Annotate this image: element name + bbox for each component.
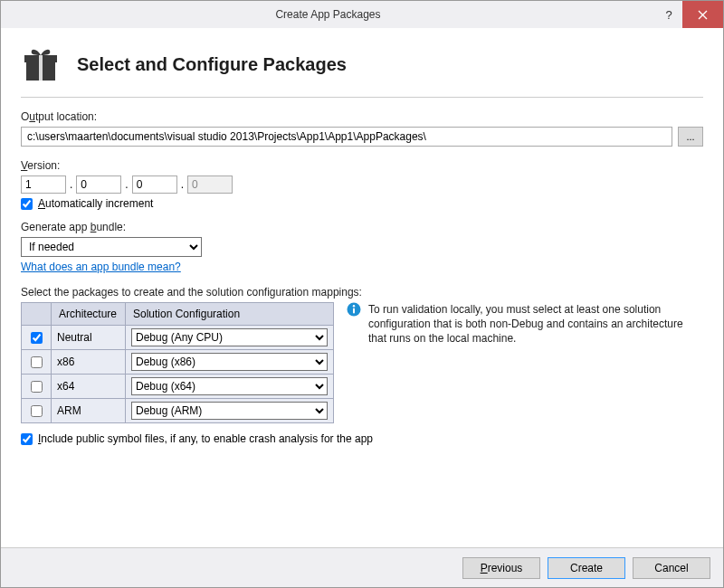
- dialog-footer: Previous Create Cancel: [1, 547, 723, 587]
- mapping-label: Select the packages to create and the so…: [21, 286, 703, 299]
- dialog-window: Create App Packages ? Select and Configu…: [0, 0, 724, 588]
- auto-increment-row[interactable]: Automatically increment: [21, 197, 703, 210]
- version-build-input[interactable]: [132, 175, 177, 194]
- auto-increment-label: Automatically increment: [38, 197, 153, 210]
- col-architecture-header: Architecture: [52, 303, 126, 326]
- page-header: Select and Configure Packages: [21, 44, 703, 84]
- version-revision-input: [187, 175, 233, 194]
- validation-info-text: To run validation locally, you must sele…: [368, 302, 703, 346]
- conf-x64-select[interactable]: Debug (x64): [131, 377, 328, 395]
- titlebar: Create App Packages ?: [1, 1, 723, 28]
- page-title: Select and Configure Packages: [77, 54, 347, 75]
- include-symbols-row[interactable]: Include public symbol files, if any, to …: [21, 432, 703, 445]
- close-icon: [698, 10, 708, 20]
- table-row: x64 Debug (x64): [22, 375, 334, 399]
- arch-cell: ARM: [52, 399, 126, 423]
- close-button[interactable]: [682, 1, 723, 28]
- include-symbols-label: Include public symbol files, if any, to …: [38, 432, 373, 445]
- table-row: Neutral Debug (Any CPU): [22, 326, 334, 350]
- conf-x86-select[interactable]: Debug (x86): [131, 353, 328, 371]
- arch-cell: x86: [52, 350, 126, 375]
- arch-neutral-checkbox[interactable]: [31, 332, 43, 344]
- content-area: Select and Configure Packages Output loc…: [1, 28, 723, 547]
- create-button[interactable]: Create: [548, 557, 625, 579]
- package-icon: [21, 44, 61, 84]
- conf-arm-select[interactable]: Debug (ARM): [131, 402, 328, 420]
- bundle-label: Generate app bundle:: [21, 221, 703, 233]
- output-location-input[interactable]: [21, 127, 672, 147]
- svg-point-5: [353, 305, 355, 307]
- validation-info: To run validation locally, you must sele…: [347, 302, 703, 346]
- version-major-input[interactable]: [21, 175, 66, 194]
- architecture-table: Architecture Solution Configuration Neut…: [21, 302, 334, 423]
- svg-rect-6: [353, 308, 355, 314]
- version-minor-input[interactable]: [76, 175, 121, 194]
- arch-cell: Neutral: [52, 326, 126, 350]
- col-configuration-header: Solution Configuration: [126, 303, 334, 326]
- cancel-button[interactable]: Cancel: [633, 557, 710, 579]
- previous-button[interactable]: Previous: [462, 557, 540, 579]
- bundle-select[interactable]: If needed: [21, 237, 202, 257]
- table-row: ARM Debug (ARM): [22, 399, 334, 423]
- include-symbols-checkbox[interactable]: [21, 433, 33, 445]
- window-title: Create App Packages: [1, 8, 655, 21]
- version-label: Version:: [21, 159, 703, 172]
- svg-rect-3: [39, 55, 43, 62]
- divider: [21, 97, 703, 98]
- svg-rect-1: [39, 61, 43, 81]
- help-button[interactable]: ?: [655, 1, 682, 28]
- bundle-help-link[interactable]: What does an app bundle mean?: [21, 261, 703, 273]
- arch-cell: x64: [52, 375, 126, 399]
- output-location-label: Output location:: [21, 110, 703, 123]
- col-checkbox-header: [22, 303, 52, 326]
- table-row: x86 Debug (x86): [22, 350, 334, 375]
- browse-button[interactable]: ...: [678, 127, 703, 147]
- auto-increment-checkbox[interactable]: [21, 198, 33, 210]
- arch-x86-checkbox[interactable]: [31, 356, 43, 368]
- arch-x64-checkbox[interactable]: [31, 381, 43, 393]
- arch-arm-checkbox[interactable]: [31, 405, 43, 417]
- conf-neutral-select[interactable]: Debug (Any CPU): [131, 328, 328, 346]
- info-icon: [347, 302, 361, 317]
